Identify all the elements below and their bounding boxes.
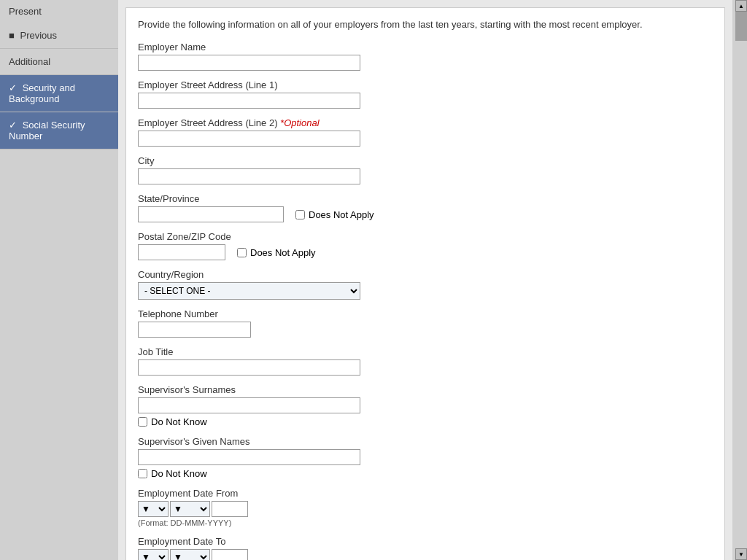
telephone-input[interactable] xyxy=(138,322,251,338)
employment-date-from-group: Employment Date From ▼ ▼ (Format: DD-MMM… xyxy=(138,488,713,527)
employment-date-to-day[interactable]: ▼ xyxy=(138,549,169,560)
telephone-label: Telephone Number xyxy=(138,308,713,319)
state-does-not-apply-label: Does Not Apply xyxy=(295,209,374,220)
employer-name-input[interactable] xyxy=(138,55,360,71)
supervisor-given-names-do-not-know-checkbox[interactable] xyxy=(138,469,147,478)
sidebar: Present ■ Previous Additional ✓ Security… xyxy=(0,0,118,560)
postal-label: Postal Zone/ZIP Code xyxy=(138,231,713,242)
postal-input[interactable] xyxy=(138,244,225,260)
optional-label: *Optional xyxy=(280,117,319,128)
employment-date-to-month[interactable]: ▼ xyxy=(170,549,210,560)
main-content: Provide the following information on all… xyxy=(118,0,732,560)
previous-check-icon: ■ xyxy=(9,30,15,41)
city-input[interactable] xyxy=(138,168,360,184)
state-group: State/Province Does Not Apply xyxy=(138,193,713,222)
employer-street1-input[interactable] xyxy=(138,93,360,109)
form-container: Provide the following information on all… xyxy=(125,7,725,560)
city-group: City xyxy=(138,155,713,184)
employer-street1-label: Employer Street Address (Line 1) xyxy=(138,79,713,90)
supervisor-given-names-do-not-know-row: Do Not Know xyxy=(138,468,713,479)
employer-street2-input[interactable] xyxy=(138,131,360,147)
sidebar-item-social-security[interactable]: ✓ Social Security Number xyxy=(0,112,118,149)
job-title-label: Job Title xyxy=(138,346,713,357)
sidebar-present-label: Present xyxy=(9,6,42,17)
scrollbar-panel: ▲ ▼ xyxy=(732,0,747,560)
postal-group: Postal Zone/ZIP Code Does Not Apply xyxy=(138,231,713,260)
country-group: Country/Region - SELECT ONE - xyxy=(138,269,713,300)
supervisor-given-names-group: Supervisor's Given Names Do Not Know xyxy=(138,436,713,479)
employer-name-group: Employer Name xyxy=(138,42,713,71)
sidebar-social-security-label: Social Security Number xyxy=(9,120,85,141)
sidebar-item-previous[interactable]: ■ Previous xyxy=(0,23,118,49)
job-title-input[interactable] xyxy=(138,359,360,376)
intro-text: Provide the following information on all… xyxy=(138,18,713,31)
state-row: Does Not Apply xyxy=(138,206,713,222)
telephone-group: Telephone Number xyxy=(138,308,713,338)
security-check-icon: ✓ xyxy=(9,82,20,93)
employment-date-from-month[interactable]: ▼ xyxy=(170,501,210,517)
supervisor-surnames-label: Supervisor's Surnames xyxy=(138,384,713,395)
postal-row: Does Not Apply xyxy=(138,244,713,260)
postal-does-not-apply-checkbox[interactable] xyxy=(237,248,247,257)
supervisor-given-names-label: Supervisor's Given Names xyxy=(138,436,713,447)
supervisor-surnames-do-not-know-checkbox[interactable] xyxy=(138,417,147,427)
social-security-check-icon: ✓ xyxy=(9,120,20,131)
sidebar-item-security[interactable]: ✓ Security and Background xyxy=(0,75,118,112)
scrollbar-thumb[interactable] xyxy=(735,12,747,41)
employer-street1-group: Employer Street Address (Line 1) xyxy=(138,79,713,109)
scrollbar-up-arrow[interactable]: ▲ xyxy=(735,0,747,12)
employment-date-from-day[interactable]: ▼ xyxy=(138,501,169,517)
employment-date-from-row: ▼ ▼ xyxy=(138,501,713,517)
sidebar-item-additional[interactable]: Additional xyxy=(0,49,118,75)
sidebar-additional-label: Additional xyxy=(9,56,50,67)
sidebar-previous-label: Previous xyxy=(20,30,57,41)
scrollbar-track: ▲ ▼ xyxy=(735,0,747,560)
supervisor-surnames-input[interactable] xyxy=(138,397,360,413)
supervisor-given-names-do-not-know-label: Do Not Know xyxy=(151,468,207,479)
state-label: State/Province xyxy=(138,193,713,204)
country-select[interactable]: - SELECT ONE - xyxy=(138,282,360,300)
employment-date-to-group: Employment Date To ▼ ▼ (Format: DD-MMM-Y… xyxy=(138,536,713,560)
supervisor-surnames-do-not-know-label: Do Not Know xyxy=(151,416,207,427)
city-label: City xyxy=(138,155,713,166)
supervisor-surnames-group: Supervisor's Surnames Do Not Know xyxy=(138,384,713,427)
supervisor-surnames-do-not-know-row: Do Not Know xyxy=(138,416,713,427)
postal-does-not-apply-label: Does Not Apply xyxy=(237,247,316,258)
country-label: Country/Region xyxy=(138,269,713,280)
sidebar-item-present[interactable]: Present xyxy=(0,0,118,23)
employer-name-label: Employer Name xyxy=(138,42,713,52)
employer-street2-group: Employer Street Address (Line 2) *Option… xyxy=(138,117,713,147)
employer-street2-label: Employer Street Address (Line 2) *Option… xyxy=(138,117,713,128)
employment-date-from-label: Employment Date From xyxy=(138,488,713,499)
employment-date-to-year[interactable] xyxy=(212,549,248,560)
supervisor-given-names-input[interactable] xyxy=(138,449,360,465)
employment-date-from-year[interactable] xyxy=(212,501,248,517)
employment-date-from-format: (Format: DD-MMM-YYYY) xyxy=(138,518,713,527)
employment-date-to-label: Employment Date To xyxy=(138,536,713,547)
job-title-group: Job Title xyxy=(138,346,713,376)
state-does-not-apply-checkbox[interactable] xyxy=(295,210,305,219)
employment-date-to-row: ▼ ▼ xyxy=(138,549,713,560)
scrollbar-down-arrow[interactable]: ▼ xyxy=(735,548,747,560)
state-input[interactable] xyxy=(138,206,284,222)
